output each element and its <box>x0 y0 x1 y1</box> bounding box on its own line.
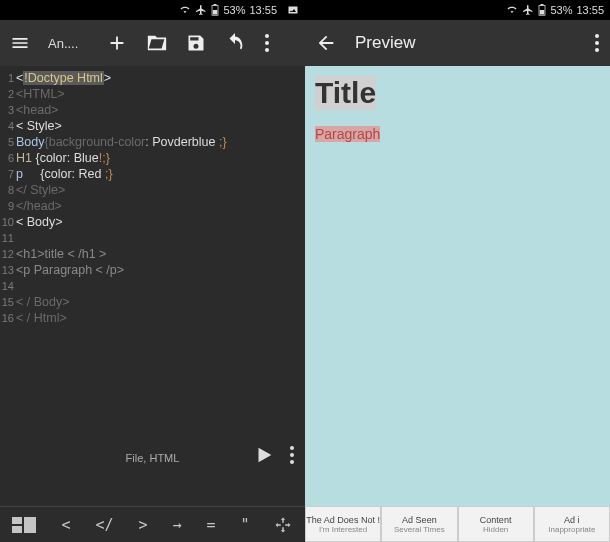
menu-icon[interactable] <box>10 33 30 53</box>
svg-rect-13 <box>541 4 544 6</box>
picture-icon <box>287 4 299 16</box>
clock: 13:55 <box>249 4 277 16</box>
app-name[interactable]: An.... <box>48 36 88 51</box>
undo-icon[interactable] <box>224 32 246 54</box>
add-icon[interactable] <box>106 32 128 54</box>
play-icon[interactable] <box>253 444 275 466</box>
sym-lt[interactable]: < <box>61 516 70 534</box>
wifi-icon <box>506 4 518 16</box>
ad-option-2[interactable]: Ad SeenSeveral Times <box>381 506 457 542</box>
code-lines: <!Doctype Html> <HTML> <head> < Style> B… <box>16 66 305 506</box>
preview-panel: 53% 13:55 Preview Title Paragraph The Ad… <box>305 0 610 542</box>
svg-rect-9 <box>12 517 22 524</box>
preview-title: Preview <box>355 33 415 53</box>
wifi-icon <box>179 4 191 16</box>
run-bar <box>253 444 295 466</box>
battery-icon <box>538 4 546 16</box>
save-icon[interactable] <box>186 33 206 53</box>
svg-point-8 <box>290 460 294 464</box>
editor-panel: 53% 13:55 An.... 12345678910111213141516 <box>0 0 305 542</box>
svg-rect-14 <box>540 10 545 15</box>
battery-pct: 53% <box>550 4 572 16</box>
line-gutter: 12345678910111213141516 <box>0 66 16 506</box>
svg-rect-10 <box>24 517 36 533</box>
preview-toolbar: Preview <box>305 20 610 66</box>
sym-gt[interactable]: > <box>138 516 147 534</box>
symbol-toolbar: < </ > → = " <box>0 506 305 542</box>
sym-arrow[interactable]: → <box>172 516 181 534</box>
svg-rect-2 <box>213 10 218 15</box>
ad-strip: The Ad Does Not !I'm Interested Ad SeenS… <box>305 506 610 542</box>
svg-point-5 <box>265 48 269 52</box>
sym-eq[interactable]: = <box>206 516 215 534</box>
file-label: File, HTML <box>126 452 180 464</box>
preview-pane: Title Paragraph <box>305 66 610 506</box>
keyboard-icon[interactable] <box>12 517 36 533</box>
ad-option-3[interactable]: ContentHidden <box>458 506 534 542</box>
statusbar-left: 53% 13:55 <box>0 0 305 20</box>
svg-point-7 <box>290 453 294 457</box>
sym-closetag[interactable]: </ <box>95 516 113 534</box>
back-icon[interactable] <box>315 32 337 54</box>
sym-quote[interactable]: " <box>240 516 249 534</box>
rendered-h1: Title <box>315 76 376 110</box>
rendered-p: Paragraph <box>315 126 380 142</box>
editor-toolbar: An.... <box>0 20 305 66</box>
ad-option-4[interactable]: Ad iInappropriate <box>534 506 610 542</box>
expand-icon[interactable] <box>274 516 292 534</box>
svg-rect-11 <box>12 526 22 533</box>
clock: 13:55 <box>576 4 604 16</box>
ad-option-1[interactable]: The Ad Does Not !I'm Interested <box>305 506 381 542</box>
svg-rect-1 <box>214 4 217 6</box>
svg-point-15 <box>595 34 599 38</box>
code-editor[interactable]: 12345678910111213141516 <!Doctype Html> … <box>0 66 305 506</box>
battery-pct: 53% <box>223 4 245 16</box>
run-more-icon[interactable] <box>289 445 295 465</box>
preview-more-icon[interactable] <box>594 33 600 53</box>
more-icon[interactable] <box>264 33 270 53</box>
svg-point-6 <box>290 446 294 450</box>
airplane-icon <box>195 4 207 16</box>
svg-point-3 <box>265 34 269 38</box>
svg-point-17 <box>595 48 599 52</box>
airplane-icon <box>522 4 534 16</box>
svg-point-16 <box>595 41 599 45</box>
folder-icon[interactable] <box>146 32 168 54</box>
battery-icon <box>211 4 219 16</box>
statusbar-right: 53% 13:55 <box>305 0 610 20</box>
svg-point-4 <box>265 41 269 45</box>
